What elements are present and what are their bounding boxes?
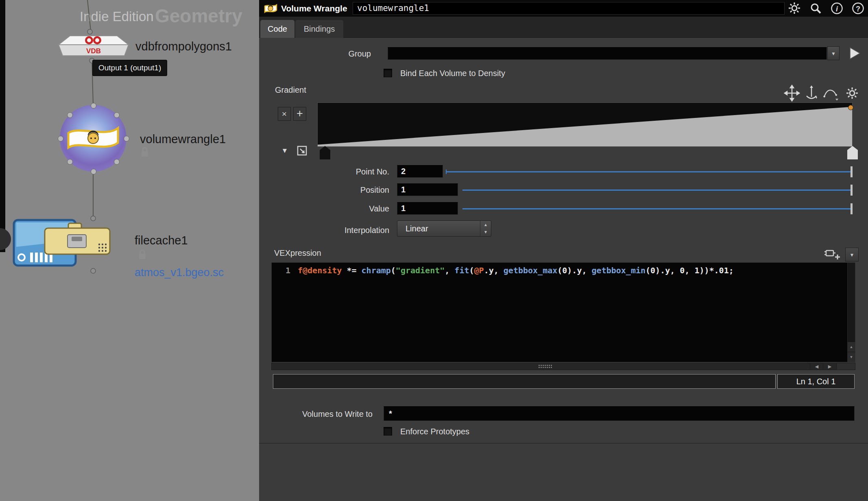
node-flag-dot[interactable] — [91, 103, 96, 109]
node-label-volumewrangle[interactable]: volumewrangle1 — [140, 133, 226, 146]
ramp-settings-gear-icon[interactable] — [844, 85, 860, 102]
bind-each-volume-checkbox[interactable] — [384, 69, 392, 77]
ramp-color-indicator — [848, 105, 853, 110]
svg-text:?: ? — [856, 5, 860, 13]
ramp-presets-button[interactable] — [296, 144, 309, 157]
ramp-handles-tool-icon[interactable] — [803, 85, 820, 102]
ramp-curve-tool-icon[interactable] — [823, 85, 839, 102]
parameter-header: Volume Wrangle volumewrangle1 i — [259, 0, 868, 17]
position-slider[interactable] — [462, 190, 853, 191]
enforce-prototypes-checkbox[interactable] — [384, 427, 392, 436]
bind-each-volume-label: Bind Each Volume to Density — [400, 69, 505, 78]
scroll-right-icon[interactable]: ▶ — [823, 363, 836, 370]
houdini-window: Indie Edition Geometry VDB vdbfrompolygo… — [0, 0, 868, 501]
network-context-label: Geometry — [155, 5, 242, 27]
tab-bindings[interactable]: Bindings — [295, 20, 343, 38]
interpolation-label: Interpolation — [259, 222, 389, 238]
spinner-down-icon[interactable]: ▼ — [480, 228, 491, 235]
node-type-title: Volume Wrangle — [281, 0, 347, 17]
position-input[interactable]: 1 — [397, 183, 458, 196]
node-name-input[interactable]: volumewrangle1 — [353, 2, 785, 15]
value-label: Value — [259, 203, 389, 215]
slider-handle[interactable] — [851, 203, 853, 214]
section-divider — [259, 443, 868, 444]
vex-snippet-icon[interactable] — [824, 246, 842, 262]
resize-grip[interactable] — [538, 364, 552, 369]
scrollbar-corner — [836, 363, 855, 370]
position-label: Position — [259, 184, 389, 196]
slider-handle[interactable] — [851, 166, 853, 177]
node-flag-dot[interactable] — [58, 136, 63, 142]
wrangle-node-icon — [66, 123, 120, 153]
scroll-down-icon[interactable]: ▼ — [848, 352, 855, 362]
tab-code[interactable]: Code — [260, 20, 294, 38]
lock-icon — [137, 249, 147, 260]
group-dropdown-button[interactable]: ▼ — [827, 46, 840, 60]
node-flag-dot[interactable] — [114, 112, 120, 118]
vexpression-label: VEXpression — [274, 248, 321, 258]
lock-icon — [140, 146, 150, 158]
gradient-label: Gradient — [275, 85, 306, 95]
help-icon[interactable]: ? — [851, 2, 865, 15]
node-vdbfrompolygons[interactable]: VDB — [55, 33, 133, 61]
slider-handle[interactable] — [851, 185, 853, 196]
editor-horizontal-scrollbar[interactable]: ◀ ▶ — [271, 363, 855, 370]
node-flag-dot[interactable] — [67, 159, 73, 165]
ramp-point-marker-start[interactable] — [320, 146, 330, 159]
parameter-tabs: Code Bindings — [259, 17, 868, 38]
group-label: Group — [259, 48, 371, 60]
node-flag-dot[interactable] — [67, 112, 73, 118]
spinner-up-icon[interactable]: ▲ — [480, 221, 491, 228]
node-label-filecache[interactable]: filecache1 — [135, 234, 188, 247]
node-volumewrangle[interactable] — [60, 105, 126, 172]
point-no-slider[interactable] — [446, 171, 853, 172]
search-icon[interactable] — [809, 2, 822, 15]
line-number: 1 — [272, 266, 290, 275]
ramp-curve-fill — [318, 103, 852, 146]
parameter-pane: Volume Wrangle volumewrangle1 i — [259, 0, 868, 501]
value-slider[interactable] — [462, 208, 853, 209]
editor-message-bar — [273, 374, 776, 389]
ramp-translate-tool-icon[interactable] — [784, 85, 800, 102]
interpolation-dropdown[interactable]: Linear ▲ ▼ — [397, 220, 491, 237]
group-select-arrow-button[interactable] — [846, 45, 863, 62]
info-icon[interactable]: i — [830, 2, 844, 15]
gradient-ramp-editor[interactable] — [317, 102, 853, 147]
interpolation-value: Linear — [406, 221, 428, 236]
gear-icon[interactable] — [788, 2, 801, 15]
node-flag-dot[interactable] — [124, 136, 129, 142]
indie-edition-watermark: Indie Edition — [80, 9, 154, 24]
network-editor-pane[interactable]: Indie Edition Geometry VDB vdbfrompolygo… — [0, 0, 259, 501]
node-flag-dot[interactable] — [91, 169, 96, 174]
node-filecache[interactable] — [11, 217, 115, 274]
ramp-point-marker-end[interactable] — [847, 146, 858, 159]
point-no-input[interactable]: 2 — [397, 165, 443, 178]
editor-vertical-scrollbar[interactable]: ▲ ▼ — [847, 263, 855, 362]
point-no-label: Point No. — [259, 166, 389, 178]
vex-menu-button[interactable]: ▼ — [845, 248, 859, 261]
volumes-write-label: Volumes to Write to — [259, 407, 373, 421]
node-flag-dot[interactable] — [114, 159, 120, 165]
volumes-write-input[interactable]: * — [384, 406, 855, 421]
svg-text:i: i — [836, 5, 838, 13]
pane-edge-handle[interactable] — [0, 228, 11, 250]
node-label-vdbfrompolygons[interactable]: vdbfrompolygons1 — [135, 40, 232, 53]
output-tooltip: Output 1 (output1) — [92, 60, 167, 76]
interpolation-spinner[interactable]: ▲ ▼ — [480, 221, 491, 236]
pane-edge-strip — [0, 0, 5, 252]
code-line[interactable]: f@density *= chramp("gradient", fit(@P.y… — [298, 266, 734, 275]
vex-code-editor[interactable]: 1 f@density *= chramp("gradient", fit(@P… — [271, 262, 855, 362]
ramp-collapse-button[interactable]: ▼ — [279, 145, 291, 157]
scroll-up-icon[interactable]: ▲ — [848, 342, 855, 352]
ramp-delete-point-button[interactable]: × — [278, 107, 291, 121]
ramp-add-point-button[interactable]: + — [293, 107, 306, 121]
scroll-left-icon[interactable]: ◀ — [810, 363, 823, 370]
filecache-filename: atmos_v1.bgeo.sc — [135, 266, 224, 279]
group-input[interactable] — [388, 47, 827, 60]
enforce-prototypes-label: Enforce Prototypes — [400, 427, 469, 436]
value-input[interactable]: 1 — [397, 202, 458, 215]
wrangle-type-icon — [263, 1, 278, 16]
cursor-position-status: Ln 1, Col 1 — [777, 374, 855, 389]
vdb-badge-text: VDB — [86, 47, 101, 55]
grid-dots-icon — [98, 244, 107, 252]
